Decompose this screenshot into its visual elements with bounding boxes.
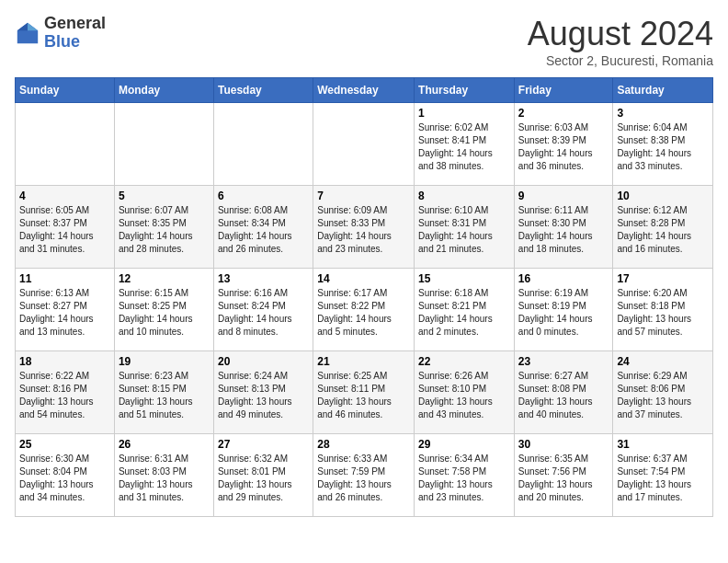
day-cell: 30Sunrise: 6:35 AM Sunset: 7:56 PM Dayli… — [514, 434, 613, 517]
weekday-header-friday: Friday — [514, 78, 613, 103]
weekday-header-monday: Monday — [114, 78, 213, 103]
day-number: 22 — [418, 355, 510, 368]
day-cell: 3Sunrise: 6:04 AM Sunset: 8:38 PM Daylig… — [613, 103, 713, 186]
day-cell: 25Sunrise: 6:30 AM Sunset: 8:04 PM Dayli… — [16, 434, 115, 517]
day-info: Sunrise: 6:05 AM Sunset: 8:37 PM Dayligh… — [19, 204, 110, 256]
calendar-body: 1Sunrise: 6:02 AM Sunset: 8:41 PM Daylig… — [16, 103, 713, 517]
day-number: 4 — [19, 190, 110, 202]
day-number: 3 — [617, 107, 709, 120]
day-info: Sunrise: 6:33 AM Sunset: 7:59 PM Dayligh… — [317, 453, 410, 504]
day-info: Sunrise: 6:11 AM Sunset: 8:30 PM Dayligh… — [518, 204, 609, 256]
week-row-5: 25Sunrise: 6:30 AM Sunset: 8:04 PM Dayli… — [16, 434, 713, 517]
day-number: 29 — [418, 438, 510, 451]
day-number: 31 — [617, 438, 709, 451]
day-number: 7 — [317, 190, 410, 202]
day-info: Sunrise: 6:15 AM Sunset: 8:25 PM Dayligh… — [119, 287, 210, 339]
day-cell: 26Sunrise: 6:31 AM Sunset: 8:03 PM Dayli… — [114, 434, 213, 517]
weekday-header-saturday: Saturday — [613, 78, 713, 103]
week-row-3: 11Sunrise: 6:13 AM Sunset: 8:27 PM Dayli… — [16, 269, 713, 351]
weekday-header-thursday: Thursday — [415, 78, 515, 103]
day-info: Sunrise: 6:18 AM Sunset: 8:21 PM Dayligh… — [418, 287, 510, 339]
logo-general: General — [44, 15, 106, 33]
calendar: SundayMondayTuesdayWednesdayThursdayFrid… — [15, 77, 713, 517]
month-year: August 2024 — [528, 15, 713, 53]
logo: General Blue — [15, 15, 106, 52]
day-cell: 8Sunrise: 6:10 AM Sunset: 8:31 PM Daylig… — [415, 186, 515, 269]
day-cell: 20Sunrise: 6:24 AM Sunset: 8:13 PM Dayli… — [213, 351, 313, 434]
day-number: 19 — [119, 355, 210, 368]
day-number: 23 — [518, 355, 609, 368]
day-cell — [16, 103, 115, 186]
title-area: August 2024 Sector 2, Bucuresti, Romania — [528, 15, 713, 68]
day-cell: 2Sunrise: 6:03 AM Sunset: 8:39 PM Daylig… — [514, 103, 613, 186]
day-cell: 16Sunrise: 6:19 AM Sunset: 8:19 PM Dayli… — [514, 269, 613, 351]
day-info: Sunrise: 6:10 AM Sunset: 8:31 PM Dayligh… — [418, 204, 510, 256]
day-info: Sunrise: 6:22 AM Sunset: 8:16 PM Dayligh… — [19, 370, 110, 421]
day-cell: 4Sunrise: 6:05 AM Sunset: 8:37 PM Daylig… — [16, 186, 115, 269]
day-cell — [213, 103, 313, 186]
day-number: 6 — [218, 190, 309, 202]
day-info: Sunrise: 6:30 AM Sunset: 8:04 PM Dayligh… — [19, 453, 110, 504]
day-cell: 28Sunrise: 6:33 AM Sunset: 7:59 PM Dayli… — [313, 434, 415, 517]
day-info: Sunrise: 6:26 AM Sunset: 8:10 PM Dayligh… — [418, 370, 510, 421]
weekday-header-wednesday: Wednesday — [313, 78, 415, 103]
day-info: Sunrise: 6:04 AM Sunset: 8:38 PM Dayligh… — [617, 121, 709, 173]
day-number: 5 — [119, 190, 210, 202]
day-cell: 24Sunrise: 6:29 AM Sunset: 8:06 PM Dayli… — [613, 351, 713, 434]
day-cell: 7Sunrise: 6:09 AM Sunset: 8:33 PM Daylig… — [313, 186, 415, 269]
weekday-header-sunday: Sunday — [16, 78, 115, 103]
day-number: 17 — [617, 272, 709, 285]
day-number: 15 — [418, 272, 510, 285]
day-number: 14 — [317, 272, 410, 285]
day-number: 9 — [518, 190, 609, 202]
week-row-2: 4Sunrise: 6:05 AM Sunset: 8:37 PM Daylig… — [16, 186, 713, 269]
day-cell: 14Sunrise: 6:17 AM Sunset: 8:22 PM Dayli… — [313, 269, 415, 351]
day-info: Sunrise: 6:17 AM Sunset: 8:22 PM Dayligh… — [317, 287, 410, 339]
day-info: Sunrise: 6:19 AM Sunset: 8:19 PM Dayligh… — [518, 287, 609, 339]
day-cell: 9Sunrise: 6:11 AM Sunset: 8:30 PM Daylig… — [514, 186, 613, 269]
page-header: General Blue August 2024 Sector 2, Bucur… — [15, 15, 713, 68]
day-info: Sunrise: 6:35 AM Sunset: 7:56 PM Dayligh… — [518, 453, 609, 504]
day-info: Sunrise: 6:20 AM Sunset: 8:18 PM Dayligh… — [617, 287, 709, 339]
calendar-header: SundayMondayTuesdayWednesdayThursdayFrid… — [16, 78, 713, 103]
day-info: Sunrise: 6:32 AM Sunset: 8:01 PM Dayligh… — [218, 453, 309, 504]
day-info: Sunrise: 6:25 AM Sunset: 8:11 PM Dayligh… — [317, 370, 410, 421]
day-info: Sunrise: 6:12 AM Sunset: 8:28 PM Dayligh… — [617, 204, 709, 256]
logo-text: General Blue — [44, 15, 106, 52]
day-cell: 11Sunrise: 6:13 AM Sunset: 8:27 PM Dayli… — [16, 269, 115, 351]
logo-icon — [15, 20, 40, 46]
day-cell: 1Sunrise: 6:02 AM Sunset: 8:41 PM Daylig… — [415, 103, 515, 186]
week-row-1: 1Sunrise: 6:02 AM Sunset: 8:41 PM Daylig… — [16, 103, 713, 186]
day-number: 21 — [317, 355, 410, 368]
day-cell: 23Sunrise: 6:27 AM Sunset: 8:08 PM Dayli… — [514, 351, 613, 434]
day-cell — [313, 103, 415, 186]
day-cell: 18Sunrise: 6:22 AM Sunset: 8:16 PM Dayli… — [16, 351, 115, 434]
day-number: 30 — [518, 438, 609, 451]
day-number: 25 — [19, 438, 110, 451]
day-info: Sunrise: 6:27 AM Sunset: 8:08 PM Dayligh… — [518, 370, 609, 421]
location: Sector 2, Bucuresti, Romania — [528, 53, 713, 68]
day-info: Sunrise: 6:23 AM Sunset: 8:15 PM Dayligh… — [119, 370, 210, 421]
day-number: 8 — [418, 190, 510, 202]
day-info: Sunrise: 6:24 AM Sunset: 8:13 PM Dayligh… — [218, 370, 309, 421]
week-row-4: 18Sunrise: 6:22 AM Sunset: 8:16 PM Dayli… — [16, 351, 713, 434]
day-number: 18 — [19, 355, 110, 368]
day-number: 27 — [218, 438, 309, 451]
day-number: 24 — [617, 355, 709, 368]
day-number: 13 — [218, 272, 309, 285]
day-cell: 6Sunrise: 6:08 AM Sunset: 8:34 PM Daylig… — [213, 186, 313, 269]
weekday-row: SundayMondayTuesdayWednesdayThursdayFrid… — [16, 78, 713, 103]
day-cell: 10Sunrise: 6:12 AM Sunset: 8:28 PM Dayli… — [613, 186, 713, 269]
day-info: Sunrise: 6:02 AM Sunset: 8:41 PM Dayligh… — [418, 121, 510, 173]
weekday-header-tuesday: Tuesday — [213, 78, 313, 103]
day-number: 11 — [19, 272, 110, 285]
day-info: Sunrise: 6:13 AM Sunset: 8:27 PM Dayligh… — [19, 287, 110, 339]
day-cell: 15Sunrise: 6:18 AM Sunset: 8:21 PM Dayli… — [415, 269, 515, 351]
logo-blue: Blue — [44, 33, 106, 52]
day-info: Sunrise: 6:09 AM Sunset: 8:33 PM Dayligh… — [317, 204, 410, 256]
day-number: 16 — [518, 272, 609, 285]
day-cell: 17Sunrise: 6:20 AM Sunset: 8:18 PM Dayli… — [613, 269, 713, 351]
day-info: Sunrise: 6:34 AM Sunset: 7:58 PM Dayligh… — [418, 453, 510, 504]
day-cell — [114, 103, 213, 186]
day-info: Sunrise: 6:37 AM Sunset: 7:54 PM Dayligh… — [617, 453, 709, 504]
